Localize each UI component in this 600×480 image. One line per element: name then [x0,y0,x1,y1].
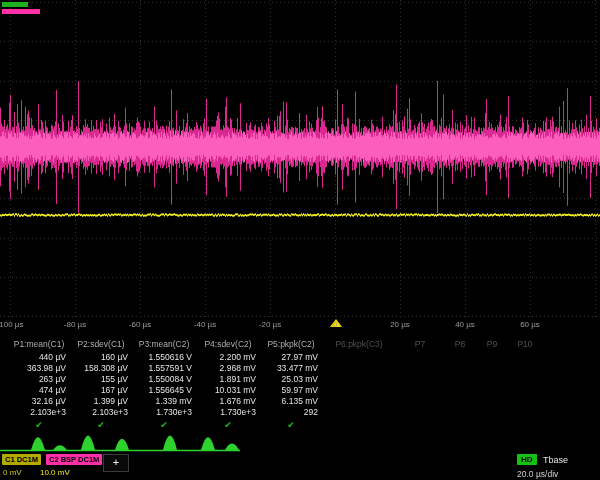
timebase-descriptor[interactable]: Tbase [543,455,568,465]
measurement-table-values: 440 µV 160 µV 1.550616 V 2.200 mV 27.97 … [8,352,322,418]
measure-cell: 2.200 mV [196,352,260,363]
channel-c1-offset: 0 mV [3,468,22,477]
measure-cell: 160 µV [70,352,132,363]
measure-cell: 2.968 mV [196,363,260,374]
status-check-icon: ✔ [196,419,260,431]
measure-cell: 1.556645 V [132,385,196,396]
measure-header-p3[interactable]: P3:mean(C2) [132,338,196,351]
measure-header-p6[interactable]: P6:pkpk(C3) [322,338,396,351]
measure-header-p8[interactable]: P8 [444,338,476,351]
measure-cell: 1.676 mV [196,396,260,407]
time-axis-label: -80 µs [64,320,86,329]
measure-cell: 263 µV [8,374,70,385]
time-axis-label: 60 µs [520,320,540,329]
measure-cell: 292 [260,407,322,418]
measure-header-p9[interactable]: P9 [476,338,508,351]
measure-cell: 1.891 mV [196,374,260,385]
measure-header-p10[interactable]: P10 [508,338,542,351]
measure-cell: 59.97 mV [260,385,322,396]
measure-cell: 440 µV [8,352,70,363]
measure-cell: 363.98 µV [8,363,70,374]
measure-cell: 167 µV [70,385,132,396]
measure-header-p4[interactable]: P4:sdev(C2) [196,338,260,351]
top-left-magenta-annotation-badge [2,9,40,14]
status-check-icon: ✔ [260,419,322,431]
measure-cell: 1.730e+3 [196,407,260,418]
measure-cell: 1.339 mV [132,396,196,407]
time-axis-label: -40 µs [194,320,216,329]
measure-cell: 32.16 µV [8,396,70,407]
channel-c1-coupling: DC1M [17,455,38,464]
time-axis-label: 40 µs [455,320,475,329]
measure-cell: 1.730e+3 [132,407,196,418]
channel-c1-scale: 10.0 mV [40,468,70,477]
measure-cell: 33.477 mV [260,363,322,374]
status-check-icon: ✔ [70,419,132,431]
measure-cell: 25.03 mV [260,374,322,385]
measure-header-p2[interactable]: P2:sdev(C1) [70,338,132,351]
time-axis-label: 20 µs [390,320,410,329]
measure-header-p7[interactable]: P7 [396,338,444,351]
measure-cell: 474 µV [8,385,70,396]
channel-c1-descriptor[interactable]: C1 DC1M [2,454,41,465]
time-axis-label: -20 µs [259,320,281,329]
measurement-status-row: ✔ ✔ ✔ ✔ ✔ [8,419,322,431]
time-axis-label-zero: 0 [333,320,337,329]
measure-cell: 10.031 mV [196,385,260,396]
measure-cell: 1.550616 V [132,352,196,363]
top-left-green-annotation-badge [2,2,28,7]
measure-cell: 1.557591 V [132,363,196,374]
hd-mode-badge[interactable]: HD [517,454,537,465]
channel-c2-label: C2 [49,455,59,464]
crosshair-icon: + [113,456,119,468]
time-axis: -100 µs -80 µs -60 µs -40 µs -20 µs 0 20… [0,320,600,332]
channel-c2-descriptor[interactable]: C2 BSP DC1M [46,454,102,465]
measure-cell: 2.103e+3 [70,407,132,418]
measure-header-p5[interactable]: P5:pkpk(C2) [260,338,322,351]
measure-cell: 1.399 µV [70,396,132,407]
time-axis-label: -60 µs [129,320,151,329]
time-axis-label: -100 µs [0,320,23,329]
measure-cell: 155 µV [70,374,132,385]
measurement-table-header: P1:mean(C1) P2:sdev(C1) P3:mean(C2) P4:s… [8,338,542,351]
channel-c2-coupling: BSP DC1M [61,455,100,464]
measure-cell: 6.135 mV [260,396,322,407]
measure-header-p1[interactable]: P1:mean(C1) [8,338,70,351]
status-check-icon: ✔ [132,419,196,431]
measure-cell: 158.308 µV [70,363,132,374]
channel-c1-label: C1 [5,455,15,464]
measure-cell: 1.550084 V [132,374,196,385]
cursor-crosshair-button[interactable]: + [103,454,129,472]
measure-cell: 27.97 mV [260,352,322,363]
timebase-value: 20.0 µs/div [517,469,558,479]
status-check-icon: ✔ [8,419,70,431]
measure-cell: 2.103e+3 [8,407,70,418]
